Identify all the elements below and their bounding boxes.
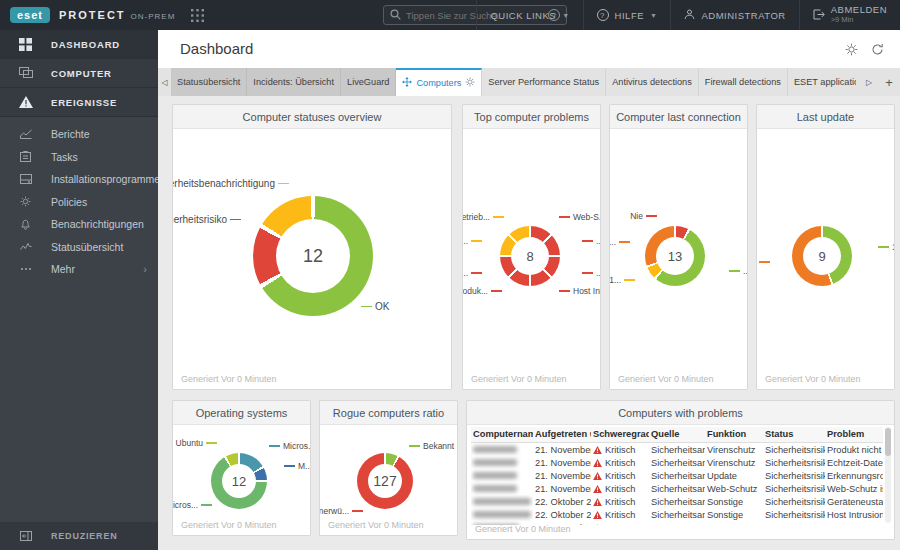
sidebar-item-ereignisse[interactable]: EREIGNISSE (0, 88, 158, 117)
funktion-cell: Sonstige (705, 495, 763, 508)
table-scrollbar[interactable] (885, 427, 891, 523)
tab-eset-applications[interactable]: ESET applications (788, 68, 856, 96)
tab-label: Statusübersicht (177, 77, 240, 87)
slice-label: ... (463, 268, 482, 278)
sidebar-item-label: Mehr (51, 263, 75, 275)
label-leader-line (471, 240, 482, 241)
help-menu[interactable]: ? HILFE ▼ (583, 0, 671, 30)
tab-status-bersicht[interactable]: Statusübersicht (171, 68, 247, 96)
donut-chart[interactable]: 127 (357, 453, 413, 509)
sidebar-item-dashboard[interactable]: DASHBOARD (0, 30, 158, 59)
funktion-cell: Update (705, 469, 763, 482)
donut-chart[interactable]: 12 (253, 196, 373, 316)
tab-antivirus-detections[interactable]: Antivirus detections (606, 68, 699, 96)
scrollbar-thumb[interactable] (885, 428, 891, 456)
sidebar-item-label: Tasks (51, 151, 78, 163)
search-icon (390, 6, 401, 24)
generated-timestamp: Generiert Vor 0 Minuten (328, 520, 424, 530)
donut-chart[interactable]: 9 (792, 226, 852, 286)
sidebar-item-label: Berichte (51, 128, 90, 140)
generated-timestamp: Generiert Vor 0 Minuten (181, 520, 277, 530)
sidebar-item-mehr[interactable]: Mehr› (0, 258, 158, 281)
sidebar-item-status-bersicht[interactable]: Statusübersicht (0, 236, 158, 259)
status-icon (17, 242, 34, 252)
computer-name-redacted (473, 472, 517, 479)
column-header-funktion[interactable]: Funktion (705, 427, 763, 443)
tab-liveguard[interactable]: LiveGuard (341, 68, 396, 96)
quelle-cell: Sicherheitsanw... (649, 495, 705, 508)
tab-label: LiveGuard (347, 77, 389, 87)
sidebar-item-policies[interactable]: Policies (0, 191, 158, 214)
column-header-schweregrad[interactable]: Schweregrad (591, 427, 649, 443)
apps-grid-icon[interactable] (191, 9, 204, 22)
label-leader-line (878, 246, 889, 247)
sidebar-item-label: Installationsprogramme (51, 173, 160, 185)
sidebar-item-berichte[interactable]: Berichte (0, 123, 158, 146)
collapse-icon (17, 531, 34, 541)
dashboard-content: Computer statuses overview 12Sicherheits… (158, 96, 900, 550)
notifications-icon (17, 219, 34, 230)
refresh-icon[interactable] (871, 42, 884, 60)
column-header-computername[interactable]: Computername (471, 427, 533, 443)
panel-computer-last-connection: Computer last connection 13Nie...1......… (609, 104, 748, 390)
table-row[interactable]: 21. November ...KritischSicherheitsanw..… (471, 469, 883, 482)
table-row[interactable]: 21. November ...KritischSicherheitsanw..… (471, 456, 883, 469)
column-header-quelle[interactable]: Quelle (649, 427, 705, 443)
quick-links-menu[interactable]: QUICK LINKS ▼ (476, 0, 582, 30)
sidebar-item-installationsprogramme[interactable]: Installationsprogramme (0, 168, 158, 191)
donut-chart[interactable]: 13 (645, 226, 705, 286)
user-menu[interactable]: ADMINISTRATOR (670, 0, 798, 30)
computer-name-redacted (473, 511, 531, 518)
warning-icon (17, 96, 34, 108)
panel-title: Computer last connection (610, 105, 747, 129)
dashboard-settings-icon[interactable] (845, 42, 858, 60)
table-row[interactable]: 21. November ...KritischSicherheitsanw..… (471, 443, 883, 457)
status-cell: Sicherheitsrisiko (763, 482, 825, 495)
logout-button[interactable]: ABMELDEN >9 Min (799, 0, 900, 30)
sidebar-item-label: DASHBOARD (51, 39, 120, 50)
severity-critical-icon (593, 446, 602, 454)
table-row[interactable]: 22. Oktober 20...KritischSicherheitsanw.… (471, 508, 883, 521)
tab-list: StatusübersichtIncidents: ÜbersichtLiveG… (171, 68, 856, 96)
label-leader-line (759, 261, 770, 262)
tab-server-performance-status[interactable]: Server Performance Status (482, 68, 606, 96)
label-leader-line (284, 465, 295, 466)
donut-chart-area: 127BekanntUnerwü... (320, 425, 457, 535)
funktion-cell: Web-Schutz (705, 482, 763, 495)
donut-chart[interactable]: 12 (211, 453, 267, 509)
chevron-down-icon: ▼ (650, 12, 657, 19)
severity-warning-icon (593, 524, 602, 526)
product-edition: ON-PREM (131, 12, 176, 21)
donut-chart-area: 8Betrieb...Web-S.........Host In...Produ… (463, 129, 600, 389)
tab-firewall-detections[interactable]: Firewall detections (699, 68, 788, 96)
column-header-status[interactable]: Status (763, 427, 825, 443)
panel-top-computer-problems: Top computer problems 8Betrieb...Web-S..… (462, 104, 601, 390)
sidebar-item-benachrichtigungen[interactable]: Benachrichtigungen (0, 213, 158, 236)
column-header-aufgetreten-um[interactable]: Aufgetreten um (533, 427, 591, 443)
top-bar: eset PROTECT ON-PREM ? QUICK LINKS ▼ ? H… (0, 0, 900, 30)
problem-cell: Produkt nicht a... (825, 443, 883, 457)
table-row[interactable]: 22. Oktober 20...KritischSicherheitsanw.… (471, 495, 883, 508)
tab-incidents-bersicht[interactable]: Incidents: Übersicht (247, 68, 341, 96)
panel-rogue-computers-ratio: Rogue computers ratio 127BekanntUnerwü..… (319, 400, 458, 536)
sidebar-item-label: Benachrichtigungen (51, 218, 144, 230)
donut-chart[interactable]: 8 (500, 226, 560, 286)
problem-cell: Geräteneustart... (825, 495, 883, 508)
table-row[interactable]: 21. November ...KritischSicherheitsanw..… (471, 482, 883, 495)
sidebar-item-label: COMPUTER (51, 68, 112, 79)
computer-icon (17, 67, 34, 79)
sidebar-item-computer[interactable]: COMPUTER (0, 59, 158, 88)
label-leader-line (559, 290, 570, 291)
severity-cell: Kritisch (593, 458, 647, 468)
tab-computers[interactable]: Computers (396, 68, 482, 96)
collapse-sidebar-button[interactable]: REDUZIEREN (0, 522, 158, 550)
column-header-problem[interactable]: Problem (825, 427, 883, 443)
tab-scroll-right-button[interactable]: ▷ (860, 78, 878, 87)
funktion-cell: Sonstige (705, 508, 763, 521)
tab-settings-icon[interactable] (465, 77, 475, 89)
sidebar-item-tasks[interactable]: Tasks (0, 146, 158, 169)
tab-scroll-left-button[interactable]: ◁ (158, 68, 171, 96)
quelle-cell: Sicherheitsanw... (649, 482, 705, 495)
add-dashboard-button[interactable]: + (878, 75, 900, 90)
slice-label: > (757, 257, 770, 267)
